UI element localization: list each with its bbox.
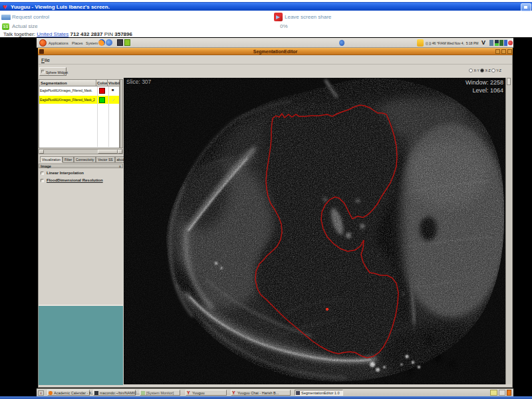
svg-text:Window: 2258: Window: 2258 [466,79,503,86]
svg-text:Slice: 307: Slice: 307 [126,78,152,85]
svg-text:Level: 1064: Level: 1064 [472,87,503,94]
